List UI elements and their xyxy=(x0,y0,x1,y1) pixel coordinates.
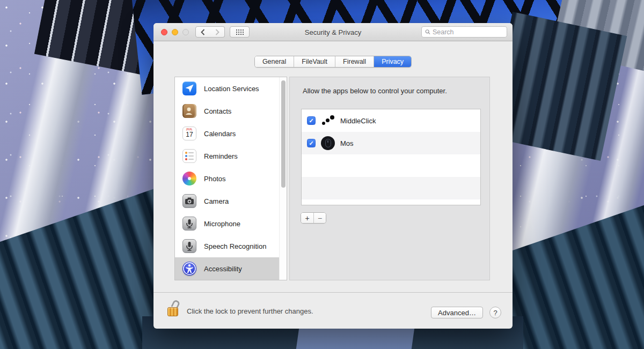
panel-header: Allow the apps below to control your com… xyxy=(303,87,447,95)
add-app-button[interactable]: + xyxy=(301,213,313,223)
camera-icon xyxy=(182,194,196,208)
app-name: MiddleClick xyxy=(340,117,376,125)
sidebar-item-photos[interactable]: Photos xyxy=(175,167,287,190)
accessibility-panel: Allow the apps below to control your com… xyxy=(289,77,490,280)
app-row-middleclick[interactable]: ✓ MiddleClick xyxy=(302,109,480,132)
security-privacy-window: Security & Privacy General FileVault xyxy=(153,23,513,329)
search-field[interactable] xyxy=(421,26,507,38)
sidebar-item-label: Speech Recognition xyxy=(204,242,266,250)
sidebar-item-contacts[interactable]: Contacts xyxy=(175,100,287,122)
lock-hint-text: Click the lock to prevent further change… xyxy=(187,293,313,329)
tab-general[interactable]: General xyxy=(255,56,294,67)
remove-app-button[interactable]: − xyxy=(313,213,326,223)
help-button[interactable]: ? xyxy=(489,307,501,318)
chevron-left-icon xyxy=(201,29,205,35)
grid-icon xyxy=(236,29,244,35)
mos-app-icon xyxy=(321,136,335,150)
sidebar-item-label: Contacts xyxy=(204,107,231,115)
app-name: Mos xyxy=(340,139,354,147)
sidebar-scrollbar-thumb[interactable] xyxy=(281,80,286,188)
forward-button[interactable] xyxy=(210,26,225,38)
tab-filevault[interactable]: FileVault xyxy=(294,56,335,67)
sidebar-item-label: Calendars xyxy=(204,130,236,138)
privacy-category-list: Location Services Contacts JUL 17 Calend… xyxy=(174,77,287,280)
reminders-icon xyxy=(182,149,196,163)
search-icon xyxy=(425,29,430,35)
sidebar-scrollbar[interactable] xyxy=(279,77,287,280)
show-all-button[interactable] xyxy=(230,26,250,38)
location-services-icon xyxy=(182,81,196,95)
sidebar-item-speech-recognition[interactable]: Speech Recognition xyxy=(175,235,287,257)
tab-privacy[interactable]: Privacy xyxy=(374,56,411,67)
microphone-icon xyxy=(182,217,196,231)
sidebar-item-label: Photos xyxy=(204,175,225,183)
close-button[interactable] xyxy=(161,29,167,35)
chevron-right-icon xyxy=(215,29,219,35)
app-row-mos[interactable]: ✓ Mos xyxy=(302,132,480,154)
sidebar-item-location-services[interactable]: Location Services xyxy=(175,77,287,100)
lock-icon[interactable] xyxy=(167,300,181,322)
footer-bar: Click the lock to prevent further change… xyxy=(153,292,513,329)
tab-bar: General FileVault Firewall Privacy xyxy=(153,56,513,68)
search-input[interactable] xyxy=(433,28,503,36)
empty-row xyxy=(302,154,480,177)
titlebar[interactable]: Security & Privacy xyxy=(153,23,513,41)
advanced-button[interactable]: Advanced… xyxy=(431,307,483,318)
sidebar-item-accessibility[interactable]: Accessibility xyxy=(175,257,287,280)
sidebar-item-label: Accessibility xyxy=(204,265,242,273)
allowed-apps-list: ✓ MiddleClick ✓ Mos xyxy=(301,109,481,205)
calendars-icon: JUL 17 xyxy=(182,127,196,140)
sidebar-item-label: Location Services xyxy=(204,85,259,93)
back-button[interactable] xyxy=(195,26,210,38)
zoom-button-disabled xyxy=(182,29,189,35)
speech-recognition-icon xyxy=(182,239,196,253)
list-edit-buttons: + − xyxy=(301,212,326,224)
desktop: Security & Privacy General FileVault xyxy=(0,0,644,349)
sidebar-item-label: Camera xyxy=(204,197,229,205)
middleclick-checkbox[interactable]: ✓ xyxy=(307,116,316,125)
contacts-icon xyxy=(182,104,196,118)
sidebar-item-label: Microphone xyxy=(204,220,240,228)
photos-icon xyxy=(182,172,196,185)
middleclick-app-icon xyxy=(321,114,335,128)
minimize-button[interactable] xyxy=(172,29,178,35)
sidebar-item-camera[interactable]: Camera xyxy=(175,190,287,212)
empty-row xyxy=(302,177,480,199)
sidebar-item-reminders[interactable]: Reminders xyxy=(175,145,287,167)
sidebar-item-label: Reminders xyxy=(204,152,238,160)
sidebar-item-calendars[interactable]: JUL 17 Calendars xyxy=(175,122,287,145)
accessibility-icon xyxy=(182,262,196,276)
tab-firewall[interactable]: Firewall xyxy=(335,56,374,67)
sidebar-item-microphone[interactable]: Microphone xyxy=(175,212,287,235)
mos-checkbox[interactable]: ✓ xyxy=(307,139,316,147)
